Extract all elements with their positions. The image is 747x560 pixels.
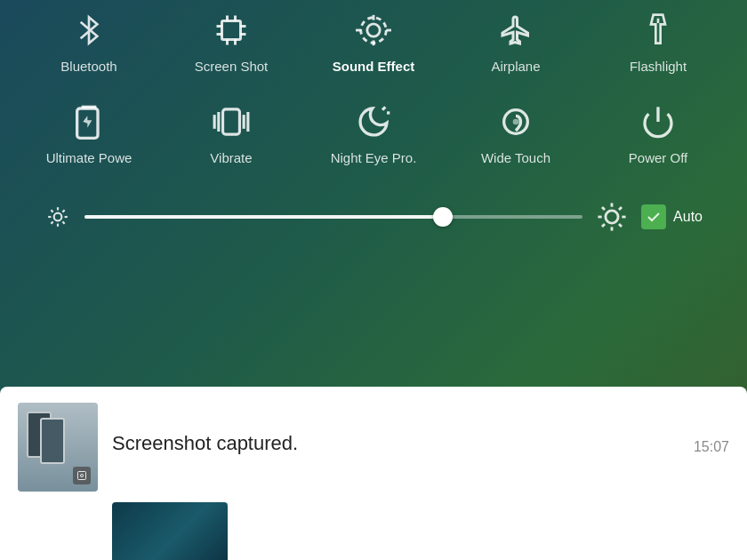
svg-point-40 <box>606 211 618 223</box>
svg-line-47 <box>602 224 605 227</box>
ultimatepower-icon <box>68 100 110 143</box>
svg-point-50 <box>81 475 84 477</box>
svg-line-45 <box>602 207 605 210</box>
slider-fill <box>84 215 443 219</box>
notification-content: Screenshot captured. 15:07 <box>112 432 729 462</box>
widetouch-icon <box>494 100 537 143</box>
svg-rect-21 <box>223 109 240 134</box>
auto-checkbox[interactable] <box>641 204 666 229</box>
widetouch-item[interactable]: Wide Touch <box>462 100 569 165</box>
auto-button[interactable]: Auto <box>641 204 703 229</box>
notification-thumbnail <box>18 403 98 492</box>
svg-line-39 <box>62 210 64 212</box>
screenshot-label: Screen Shot <box>195 59 269 74</box>
quick-settings-row1: Bluetooth Screen Shot <box>18 0 729 74</box>
notification-header-row: Screenshot captured. 15:07 <box>112 432 729 462</box>
bluetooth-item[interactable]: Bluetooth <box>36 9 142 74</box>
vibrate-label: Vibrate <box>210 150 252 165</box>
svg-rect-0 <box>222 21 241 40</box>
notification-header: Screenshot captured. 15:07 <box>18 403 729 492</box>
svg-line-36 <box>51 210 52 212</box>
brightness-low-icon <box>44 204 71 230</box>
svg-line-48 <box>619 207 622 210</box>
poweroff-icon <box>637 100 679 143</box>
poweroff-item[interactable]: Power Off <box>605 100 711 165</box>
bluetooth-icon <box>68 9 110 52</box>
soundeffect-label: Sound Effect <box>333 59 415 74</box>
flashlight-icon <box>637 9 679 52</box>
svg-line-46 <box>619 224 622 227</box>
brightness-high-icon <box>596 201 628 233</box>
screenshot-icon <box>210 9 253 52</box>
notification-title: Screenshot captured. <box>112 432 298 455</box>
flashlight-item[interactable]: Flashlight <box>605 9 711 74</box>
airplane-item[interactable]: Airplane <box>462 9 569 74</box>
top-panel: Bluetooth Screen Shot <box>0 0 747 251</box>
slider-thumb[interactable] <box>433 207 453 227</box>
auto-label: Auto <box>673 209 703 225</box>
svg-point-10 <box>367 24 380 36</box>
vibrate-item[interactable]: Vibrate <box>178 100 285 165</box>
thumbnail-inner <box>18 403 98 492</box>
svg-rect-49 <box>78 472 86 480</box>
nighteye-item[interactable]: Night Eye Pro. <box>320 100 427 165</box>
quick-settings-row2: Ultimate Powe Vibrate <box>18 74 729 183</box>
svg-point-9 <box>361 18 387 44</box>
airplane-label: Airplane <box>491 59 540 74</box>
soundeffect-icon <box>352 9 395 52</box>
ultimatepower-item[interactable]: Ultimate Powe <box>36 100 142 165</box>
vibrate-icon <box>210 100 253 143</box>
svg-line-26 <box>382 107 385 109</box>
svg-point-29 <box>513 119 519 125</box>
soundeffect-item[interactable]: Sound Effect <box>320 9 427 74</box>
poweroff-label: Power Off <box>629 150 687 165</box>
airplane-icon <box>494 9 537 52</box>
nighteye-label: Night Eye Pro. <box>331 150 417 165</box>
ultimatepower-label: Ultimate Powe <box>46 150 133 165</box>
flashlight-label: Flashlight <box>630 59 687 74</box>
widetouch-label: Wide Touch <box>481 150 550 165</box>
bluetooth-label: Bluetooth <box>60 59 116 74</box>
brightness-row: Auto <box>18 183 729 251</box>
notification-time: 15:07 <box>694 439 729 455</box>
brightness-slider[interactable] <box>84 215 582 219</box>
slider-track <box>84 215 582 219</box>
notification-card[interactable]: Screenshot captured. 15:07 <box>0 387 747 560</box>
notification-preview <box>112 502 228 560</box>
screenshot-item[interactable]: Screen Shot <box>178 9 285 74</box>
svg-line-38 <box>51 221 52 223</box>
svg-line-37 <box>62 221 64 223</box>
nighteye-icon <box>352 100 395 143</box>
svg-point-31 <box>54 213 62 221</box>
